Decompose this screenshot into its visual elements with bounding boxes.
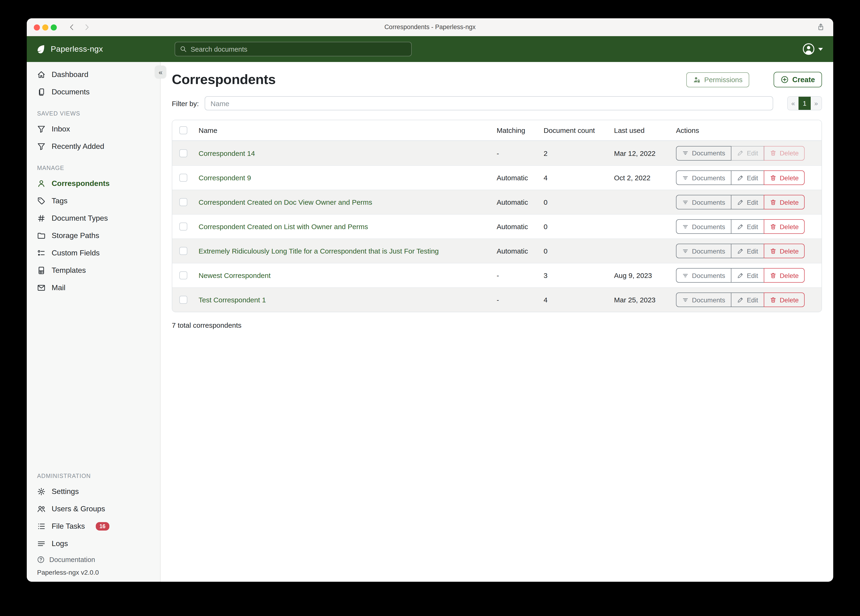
sidebar-item-templates[interactable]: Templates <box>27 261 160 279</box>
row-actions: DocumentsEditDelete <box>676 244 805 258</box>
current-page-button[interactable]: 1 <box>799 97 811 110</box>
column-header-matching[interactable]: Matching <box>497 126 544 134</box>
correspondent-name-link[interactable]: Test Correspondent 1 <box>199 296 271 304</box>
correspondent-name-link[interactable]: Correspondent 14 <box>199 149 261 157</box>
correspondent-name-link[interactable]: Correspondent Created on Doc View Owner … <box>199 198 378 206</box>
documents-button[interactable]: Documents <box>676 195 731 209</box>
sidebar-item-documents[interactable]: Documents <box>27 83 160 101</box>
sidebar-section-label: ADMINISTRATION <box>37 473 160 479</box>
trash-icon <box>770 174 777 181</box>
documents-button[interactable]: Documents <box>676 292 731 307</box>
sidebar-item-logs[interactable]: Logs <box>27 535 160 552</box>
correspondent-name-link[interactable]: Extremely Ridiculously Long Title for a … <box>199 247 444 255</box>
edit-button-label: Edit <box>747 223 758 230</box>
edit-button[interactable]: Edit <box>731 268 764 283</box>
table-header: Name Matching Document count Last used A… <box>172 120 821 141</box>
people-icon <box>37 504 46 513</box>
delete-button[interactable]: Delete <box>764 195 805 209</box>
document-count-value: 3 <box>544 271 614 279</box>
documents-button[interactable]: Documents <box>676 170 731 185</box>
sidebar-item-users-groups[interactable]: Users & Groups <box>27 500 160 517</box>
delete-button[interactable]: Delete <box>764 219 805 234</box>
create-button-label: Create <box>793 75 815 84</box>
sidebar-item-inbox[interactable]: Inbox <box>27 120 160 138</box>
delete-button[interactable]: Delete <box>764 244 805 258</box>
documents-button[interactable]: Documents <box>676 219 731 234</box>
user-menu-button[interactable] <box>802 36 823 62</box>
documents-button[interactable]: Documents <box>676 244 731 258</box>
column-header-last-used[interactable]: Last used <box>614 126 676 134</box>
permissions-button[interactable]: Permissions <box>686 72 749 87</box>
create-button[interactable]: Create <box>774 72 822 87</box>
pencil-icon <box>737 223 744 230</box>
delete-button-label: Delete <box>780 272 799 279</box>
collapse-sidebar-button[interactable]: « <box>155 66 166 79</box>
delete-button-label: Delete <box>780 296 799 303</box>
sidebar-item-custom-fields[interactable]: Custom Fields <box>27 244 160 261</box>
edit-button[interactable]: Edit <box>731 195 764 209</box>
row-checkbox[interactable] <box>179 223 187 231</box>
last-used-value: Mar 25, 2023 <box>614 296 676 304</box>
edit-button[interactable]: Edit <box>731 170 764 185</box>
edit-button[interactable]: Edit <box>731 219 764 234</box>
documents-button[interactable]: Documents <box>676 146 731 160</box>
sidebar-item-label: Settings <box>52 487 79 496</box>
next-page-button[interactable]: » <box>811 97 821 110</box>
sidebar-item-file-tasks[interactable]: File Tasks16 <box>27 517 160 535</box>
sidebar-item-recently-added[interactable]: Recently Added <box>27 138 160 155</box>
sidebar-item-correspondents[interactable]: Correspondents <box>27 174 160 192</box>
filter-name-input[interactable] <box>204 96 773 110</box>
sidebar-item-tags[interactable]: Tags <box>27 192 160 209</box>
delete-button[interactable]: Delete <box>764 268 805 283</box>
previous-page-button[interactable]: « <box>788 97 799 110</box>
app-window: Correspondents - Paperless-ngx Paperless… <box>27 18 833 582</box>
table-row: Extremely Ridiculously Long Title for a … <box>172 239 821 263</box>
sidebar-admin-nav: ADMINISTRATIONSettingsUsers & GroupsFile… <box>27 463 160 552</box>
window-title: Correspondents - Paperless-ngx <box>27 18 833 36</box>
correspondent-name-link[interactable]: Correspondent Created on List with Owner… <box>199 223 374 231</box>
edit-button[interactable]: Edit <box>731 292 764 307</box>
column-header-name[interactable]: Name <box>199 126 497 134</box>
row-checkbox[interactable] <box>179 149 187 157</box>
select-all-checkbox[interactable] <box>179 126 187 134</box>
delete-button[interactable]: Delete <box>764 170 805 185</box>
delete-button[interactable]: Delete <box>764 292 805 307</box>
share-icon[interactable] <box>817 23 825 31</box>
delete-button-label: Delete <box>780 247 799 255</box>
sidebar-nav: DashboardDocumentsSAVED VIEWSInboxRecent… <box>27 66 160 296</box>
filter-icon <box>682 150 689 156</box>
row-checkbox[interactable] <box>179 198 187 206</box>
documents-button-label: Documents <box>692 272 725 279</box>
documentation-label: Documentation <box>49 556 95 563</box>
trash-icon <box>770 150 777 156</box>
files-icon <box>37 88 46 96</box>
column-header-document-count[interactable]: Document count <box>544 126 614 134</box>
correspondent-name-link[interactable]: Correspondent 9 <box>199 174 257 182</box>
sidebar-item-storage-paths[interactable]: Storage Paths <box>27 227 160 244</box>
row-checkbox[interactable] <box>179 271 187 279</box>
sidebar-item-dashboard[interactable]: Dashboard <box>27 66 160 83</box>
row-checkbox[interactable] <box>179 174 187 182</box>
plus-circle-icon <box>781 75 789 83</box>
sidebar-item-mail[interactable]: Mail <box>27 279 160 296</box>
edit-button: Edit <box>731 146 764 160</box>
edit-button[interactable]: Edit <box>731 244 764 258</box>
filter-icon <box>682 248 689 254</box>
person-lock-icon <box>693 76 700 83</box>
matching-value: - <box>497 271 544 279</box>
search-input[interactable] <box>191 45 406 53</box>
sidebar-item-label: Custom Fields <box>52 248 100 257</box>
sidebar-item-document-types[interactable]: Document Types <box>27 209 160 227</box>
sidebar-item-settings[interactable]: Settings <box>27 482 160 500</box>
documentation-link[interactable]: Documentation <box>27 552 160 567</box>
last-used-value: Oct 2, 2022 <box>614 174 676 182</box>
trash-icon <box>770 199 777 206</box>
documents-button-label: Documents <box>692 223 725 230</box>
row-actions: DocumentsEditDelete <box>676 219 805 234</box>
sidebar-item-label: Users & Groups <box>52 504 105 513</box>
edit-button-label: Edit <box>747 198 758 206</box>
correspondent-name-link[interactable]: Newest Correspondent <box>199 271 276 279</box>
row-checkbox[interactable] <box>179 296 187 304</box>
row-checkbox[interactable] <box>179 247 187 255</box>
documents-button[interactable]: Documents <box>676 268 731 283</box>
